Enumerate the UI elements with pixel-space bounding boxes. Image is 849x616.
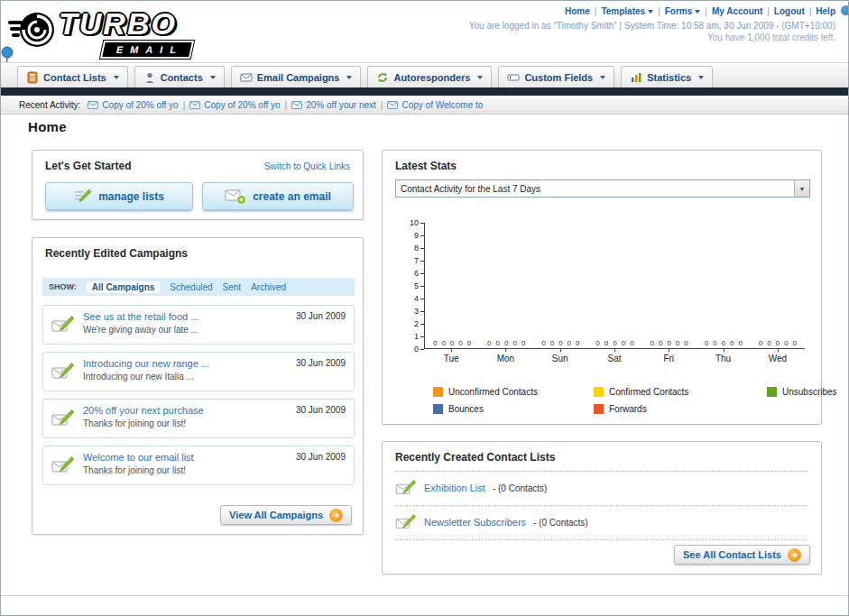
switch-quick-links-link[interactable]: Switch to Quick Links: [264, 161, 350, 171]
contact-list-link[interactable]: Exhibition List: [424, 483, 485, 493]
edit-campaign-icon: [51, 409, 75, 428]
campaign-row: Welcome to our email list Thanks for joi…: [42, 446, 355, 485]
tab-contacts[interactable]: Contacts: [134, 66, 225, 87]
x-axis-label: Wed: [751, 349, 805, 365]
campaign-date: 30 Jun 2009: [296, 358, 346, 368]
legend-swatch: [594, 404, 604, 414]
view-all-campaigns-label: View All Campaigns: [229, 510, 323, 520]
separator: [281, 100, 292, 110]
legend-item: Unsubscribes: [767, 387, 837, 397]
legend-item: Bounces: [433, 404, 594, 414]
dropdown-arrow-icon: [794, 180, 809, 197]
see-all-contact-lists-button[interactable]: See All Contact Lists: [674, 545, 810, 565]
separator: [653, 6, 665, 16]
recent-activity-item: Copy of 20% off yo: [88, 100, 178, 110]
tab-contact-lists[interactable]: Contact Lists: [17, 66, 128, 87]
separator: [376, 100, 388, 110]
x-axis-label: Fri: [641, 349, 696, 365]
stats-range-select[interactable]: Contact Activity for the Last 7 Days: [395, 179, 810, 198]
logo-text: TURBO: [59, 6, 177, 41]
tab-email-campaigns[interactable]: Email Campaigns: [231, 66, 362, 87]
x-axis-label: Tue: [424, 349, 478, 365]
contact-list-link[interactable]: Newsletter Subscribers: [424, 517, 526, 528]
campaign-subtitle: Thanks for joining our list!: [83, 418, 346, 428]
top-nav: HomeTemplatesFormsMy AccountLogoutHelp: [565, 6, 835, 16]
filter-archived[interactable]: Archived: [251, 282, 286, 292]
filter-sent[interactable]: Sent: [223, 282, 242, 292]
recent-contact-lists-title: Recently Created Contact Lists: [395, 451, 555, 464]
top-link-home[interactable]: Home: [565, 6, 590, 16]
latest-stats-panel: Latest Stats Contact Activity for the La…: [382, 150, 822, 425]
campaign-filters: SHOW: All Campaigns Scheduled Sent Archi…: [42, 278, 355, 296]
chevron-down-icon: [600, 76, 605, 79]
credits-info: You have 1,000 total credits left.: [707, 32, 835, 42]
contact-list-count: - (0 Contacts): [533, 518, 588, 528]
chart-group: 00000: [425, 223, 479, 348]
chart-x-labels: TueMonSunSatFriThuWed: [424, 349, 805, 365]
contact-list-row: Exhibition List - (0 Contacts): [395, 480, 547, 496]
show-label: SHOW:: [49, 282, 77, 291]
app-logo[interactable]: TURBO EMAIL: [8, 5, 243, 59]
separator: [179, 100, 190, 110]
campaign-list: See us at the retail food ... We're givi…: [42, 305, 355, 492]
top-link-label: Templates: [601, 6, 645, 16]
filter-scheduled[interactable]: Scheduled: [170, 282, 212, 292]
chart-group: 00000: [751, 223, 805, 348]
chart-group: 00000: [479, 223, 533, 348]
create-email-button[interactable]: create an email: [202, 182, 354, 210]
top-link-forms[interactable]: Forms: [665, 6, 701, 16]
header: TURBO EMAIL HomeTemplatesFormsMy Account…: [1, 1, 848, 62]
top-link-help[interactable]: Help: [816, 6, 835, 16]
email-campaigns-icon: [240, 71, 253, 84]
tab-label: Contact Lists: [43, 72, 106, 83]
arrow-right-icon: [329, 509, 343, 522]
tab-label: Autoresponders: [393, 72, 470, 83]
recent-activity-bar: Recent Activity: Copy of 20% off yo Copy…: [1, 96, 848, 115]
top-link-my-account[interactable]: My Account: [712, 6, 762, 16]
pencil-icon: [74, 188, 92, 205]
divider: [395, 539, 808, 540]
recent-activity-link[interactable]: Copy of Welcome to: [401, 100, 483, 110]
get-started-title: Let's Get Started: [45, 160, 132, 172]
separator: [805, 6, 817, 16]
chevron-down-icon: [114, 76, 119, 79]
recent-activity-item: Copy of Welcome to: [387, 100, 483, 110]
get-started-panel: Let's Get Started Switch to Quick Links …: [32, 150, 364, 220]
filter-all-campaigns[interactable]: All Campaigns: [87, 281, 160, 293]
x-axis-label: Mon: [478, 349, 532, 365]
legend-swatch: [767, 387, 777, 397]
x-axis-label: Thu: [696, 349, 750, 365]
recent-activity-label: Recent Activity:: [19, 100, 80, 110]
campaign-date: 30 Jun 2009: [296, 405, 346, 415]
tab-label: Contacts: [161, 72, 203, 83]
tab-custom-fields[interactable]: Custom Fields: [498, 66, 614, 87]
manage-lists-button[interactable]: manage lists: [45, 182, 193, 210]
envelope-icon: [88, 101, 98, 109]
app-window: TURBO EMAIL HomeTemplatesFormsMy Account…: [0, 0, 849, 616]
x-axis-label: Sat: [587, 349, 641, 365]
recent-campaigns-panel: Recently Edited Campaigns SHOW: All Camp…: [32, 237, 364, 535]
view-all-campaigns-button[interactable]: View All Campaigns: [220, 505, 352, 525]
top-link-templates[interactable]: Templates: [601, 6, 653, 16]
tab-label: Email Campaigns: [257, 72, 340, 83]
stats-range-value: Contact Activity for the Last 7 Days: [401, 184, 540, 194]
tab-autoresponders[interactable]: Autoresponders: [367, 66, 492, 87]
nav-accent-bar: [1, 87, 848, 96]
custom-fields-icon: [507, 71, 520, 84]
recent-campaigns-title: Recently Edited Campaigns: [45, 247, 188, 260]
help-bubble-icon[interactable]: [841, 5, 849, 15]
recent-activity-link[interactable]: Copy of 20% off yo: [204, 100, 280, 110]
recent-activity-link[interactable]: 20% off your next: [306, 100, 376, 110]
divider: [395, 471, 808, 472]
recent-activity-link[interactable]: Copy of 20% off yo: [102, 100, 178, 110]
envelope-icon: [387, 101, 398, 109]
legend-item: Unconfirmed Contacts: [433, 387, 594, 397]
top-link-logout[interactable]: Logout: [774, 6, 805, 16]
campaign-row: 20% off your next purchase Thanks for jo…: [42, 399, 355, 438]
logo-badge: EMAIL: [100, 41, 194, 59]
separator: [700, 6, 712, 16]
chart-plot-area: 00000000000000000000000000000000000: [424, 223, 805, 349]
contact-list-count: - (0 Contacts): [493, 483, 548, 493]
tab-statistics[interactable]: Statistics: [621, 66, 713, 87]
contact-list-row: Newsletter Subscribers - (0 Contacts): [395, 514, 588, 530]
